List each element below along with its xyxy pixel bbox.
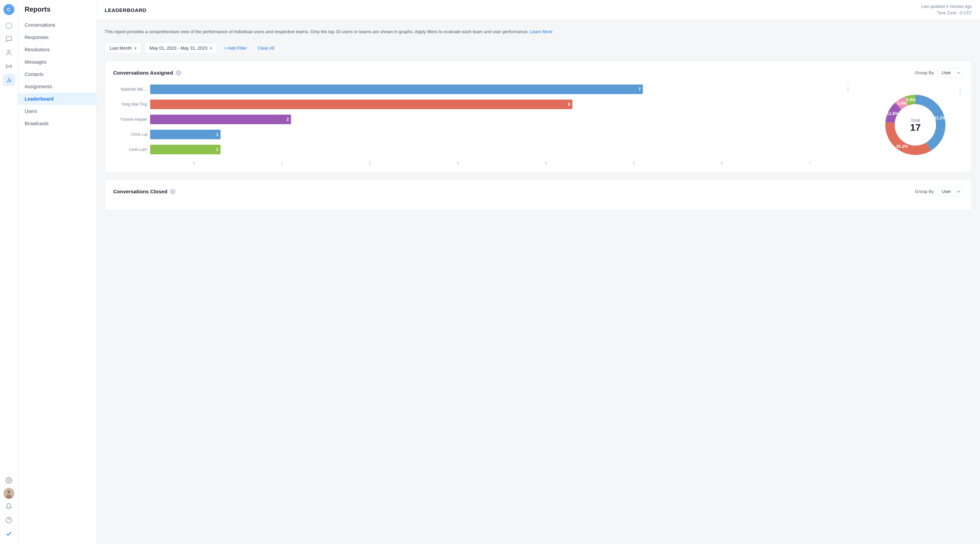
bar-chart-area: ⋮ Nabihah Md....7Yong Wai Ting6Yvonne Ha… bbox=[113, 85, 854, 165]
user-profile-avatar[interactable] bbox=[3, 488, 14, 499]
chart-container: ⋮ Nabihah Md....7Yong Wai Ting6Yvonne Ha… bbox=[113, 85, 963, 165]
topbar: LEADERBOARD Last updated 4 minutes ago T… bbox=[96, 0, 980, 20]
bar-fill: 2 bbox=[150, 115, 291, 124]
bar-track: 1 bbox=[150, 145, 854, 154]
last-updated-text: Last updated 4 minutes ago bbox=[921, 3, 972, 10]
svg-point-8 bbox=[6, 495, 12, 499]
bar-row: Leon Lam1 bbox=[113, 145, 854, 154]
card-title-text: Conversations Assigned bbox=[113, 70, 173, 76]
svg-point-5 bbox=[8, 480, 10, 482]
svg-point-1 bbox=[8, 66, 9, 67]
sidebar-item-contacts[interactable]: Contacts bbox=[18, 68, 96, 80]
description-text: This report provides a comprehensive vie… bbox=[105, 29, 529, 34]
card-title-closed-text: Conversations Closed bbox=[113, 188, 167, 194]
broadcast-icon[interactable] bbox=[3, 60, 15, 73]
bar-label: Chris Lai bbox=[113, 132, 147, 137]
svg-point-0 bbox=[8, 50, 10, 53]
content-area: This report provides a comprehensive vie… bbox=[96, 20, 980, 544]
sidebar-item-resolutions[interactable]: Resolutions bbox=[18, 43, 96, 56]
axis-tick: 3 bbox=[414, 161, 502, 165]
bar-label: Yvonne Harper bbox=[113, 117, 147, 122]
group-by-label-closed: Group By bbox=[915, 189, 934, 194]
bar-chart: Nabihah Md....7Yong Wai Ting6Yvonne Harp… bbox=[113, 85, 854, 154]
checkmark-icon[interactable] bbox=[3, 528, 15, 540]
donut-chart-svg: 41.2%35.3%11.8%5.9%5.9% bbox=[878, 87, 953, 163]
date-range-filter-dropdown[interactable]: May 01, 2023 - May 31, 2023 ▾ bbox=[144, 42, 217, 54]
axis-tick: 4 bbox=[502, 161, 590, 165]
info-icon[interactable]: i bbox=[176, 70, 181, 76]
dashboard-icon[interactable]: ◯ bbox=[3, 19, 15, 32]
group-by-select[interactable]: User Team bbox=[937, 68, 963, 78]
bar-track: 2 bbox=[150, 115, 854, 124]
axis-tick: 2 bbox=[326, 161, 414, 165]
sidebar-item-broadcasts[interactable]: Broadcasts bbox=[18, 117, 96, 130]
conversations-icon[interactable] bbox=[3, 33, 15, 45]
donut-segment-label: 41.2% bbox=[934, 116, 946, 120]
sidebar-item-users[interactable]: Users bbox=[18, 105, 96, 117]
notifications-icon[interactable] bbox=[3, 500, 15, 512]
bar-fill: 6 bbox=[150, 100, 573, 109]
chevron-down-icon: ▾ bbox=[134, 46, 137, 51]
bar-axis: 0 1 2 3 4 5 6 7 bbox=[150, 160, 854, 165]
timezone-text: Time Zone - 0 UTC bbox=[921, 10, 972, 16]
info-icon-closed[interactable]: i bbox=[170, 189, 175, 194]
group-by-select-closed[interactable]: User Team bbox=[937, 187, 963, 196]
bar-row: Yvonne Harper2 bbox=[113, 115, 854, 124]
group-by-control: Group By User Team bbox=[915, 68, 963, 78]
period-filter-label: Last Month bbox=[110, 46, 132, 51]
last-updated-info: Last updated 4 minutes ago Time Zone - 0… bbox=[921, 3, 972, 16]
help-icon[interactable] bbox=[3, 514, 15, 526]
donut-chart-area: ⋮ 41.2%35.3%11.8%5.9%5.9% Total 17 bbox=[867, 87, 963, 163]
card-title: Conversations Assigned i bbox=[113, 70, 181, 76]
main-area: LEADERBOARD Last updated 4 minutes ago T… bbox=[96, 0, 980, 544]
bar-row: Chris Lai1 bbox=[113, 130, 854, 139]
axis-tick: 5 bbox=[590, 161, 678, 165]
period-filter-dropdown[interactable]: Last Month ▾ bbox=[105, 42, 142, 54]
sidebar-title: Reports bbox=[18, 5, 96, 19]
sidebar-item-leaderboard[interactable]: Leaderboard bbox=[18, 93, 96, 105]
filter-bar: Last Month ▾ May 01, 2023 - May 31, 2023… bbox=[105, 42, 972, 54]
bar-track: 1 bbox=[150, 130, 854, 139]
donut-chart-menu-icon[interactable]: ⋮ bbox=[957, 87, 963, 95]
icon-bar: C ◯ bbox=[0, 0, 18, 544]
bar-fill: 7 bbox=[150, 85, 643, 94]
sidebar-item-messages[interactable]: Messages bbox=[18, 56, 96, 68]
card-header: Conversations Assigned i Group By User T… bbox=[113, 68, 963, 78]
bar-fill: 1 bbox=[150, 145, 221, 154]
bar-fill: 1 bbox=[150, 130, 221, 139]
conversations-closed-card: Conversations Closed i Group By User Tea… bbox=[105, 179, 972, 211]
bar-label: Nabihah Md.... bbox=[113, 87, 147, 92]
report-description: This report provides a comprehensive vie… bbox=[105, 29, 972, 35]
donut-segment-label: 5.9% bbox=[897, 101, 907, 106]
learn-more-link[interactable]: Learn More bbox=[530, 29, 552, 34]
bar-track: 6 bbox=[150, 100, 854, 109]
clear-all-button[interactable]: Clear All bbox=[254, 43, 278, 53]
settings-icon[interactable] bbox=[3, 474, 15, 487]
donut-segment bbox=[885, 122, 931, 155]
bar-track: 7 bbox=[150, 85, 854, 94]
sidebar-item-conversations[interactable]: Conversations bbox=[18, 19, 96, 31]
date-range-label: May 01, 2023 - May 31, 2023 bbox=[150, 46, 207, 51]
bar-label: Yong Wai Ting bbox=[113, 102, 147, 107]
user-avatar-icon[interactable]: C bbox=[3, 4, 14, 15]
axis-tick: 6 bbox=[678, 161, 766, 165]
sidebar: Reports Conversations Responses Resoluti… bbox=[18, 0, 96, 544]
card-header-closed: Conversations Closed i Group By User Tea… bbox=[113, 187, 963, 196]
page-title: LEADERBOARD bbox=[105, 7, 146, 13]
axis-tick: 0 bbox=[150, 161, 238, 165]
axis-tick: 7 bbox=[766, 161, 854, 165]
add-filter-button[interactable]: + Add Filter bbox=[220, 43, 251, 53]
chevron-down-icon: ▾ bbox=[210, 46, 212, 51]
axis-tick: 1 bbox=[238, 161, 326, 165]
bar-row: Nabihah Md....7 bbox=[113, 85, 854, 94]
card-title-closed: Conversations Closed i bbox=[113, 188, 175, 194]
donut-segment bbox=[915, 95, 945, 150]
svg-point-7 bbox=[7, 490, 11, 494]
sidebar-item-assignments[interactable]: Assignments bbox=[18, 80, 96, 93]
contacts-icon[interactable] bbox=[3, 46, 15, 59]
sidebar-item-responses[interactable]: Responses bbox=[18, 31, 96, 43]
bar-row: Yong Wai Ting6 bbox=[113, 100, 854, 109]
reports-icon[interactable] bbox=[3, 74, 15, 86]
donut-segment-label: 11.8% bbox=[887, 111, 899, 116]
conversations-assigned-card: Conversations Assigned i Group By User T… bbox=[105, 61, 972, 172]
